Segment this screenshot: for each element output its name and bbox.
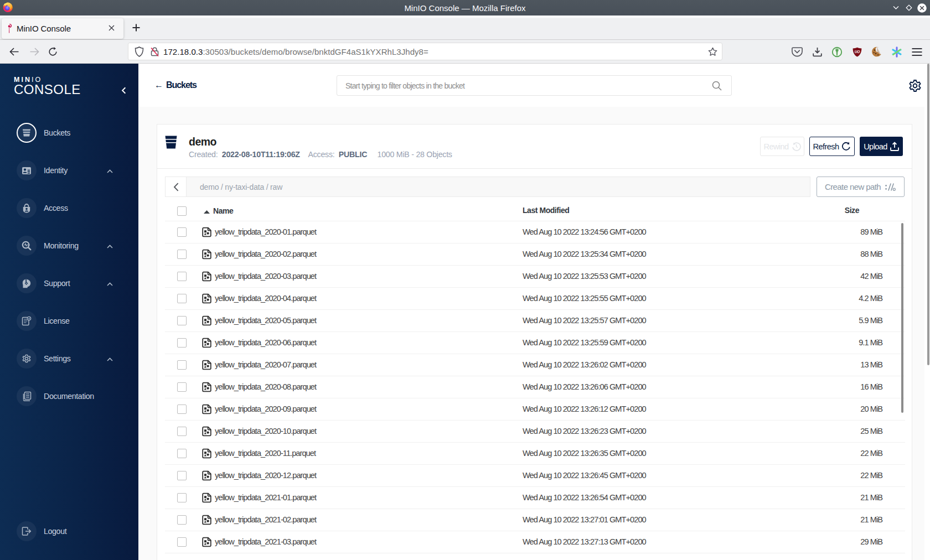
svg-text:UO: UO <box>854 50 860 54</box>
